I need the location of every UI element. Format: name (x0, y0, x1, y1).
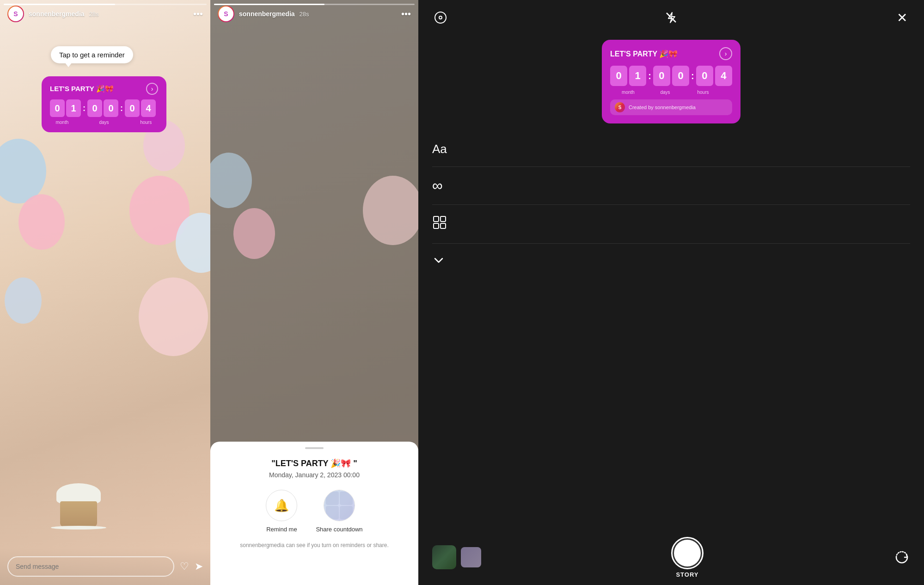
preview-digit-1: 1 (629, 66, 646, 86)
colon-2: : (120, 104, 123, 113)
label-days-text: days (99, 120, 109, 125)
grid-icon (432, 215, 453, 233)
flip-camera-button[interactable] (893, 549, 910, 566)
share-tile-1 (326, 492, 339, 505)
countdown-widget-panel1[interactable]: LET'S PARTY 🎉🎀 › 0 1 : 0 0 : 0 4 month d… (42, 76, 166, 132)
share-icon-circle[interactable] (324, 490, 355, 521)
digit-5: 4 (141, 99, 156, 117)
remind-me-action[interactable]: 🔔 Remind me (266, 490, 297, 533)
story-label: STORY (676, 571, 698, 578)
preview-label-hours: hours (684, 90, 722, 95)
preview-label-days-text: days (660, 90, 670, 95)
label-hours: hours (134, 120, 158, 125)
balloon-pink-1 (18, 194, 65, 250)
remind-label: Remind me (266, 526, 297, 533)
story-header-panel1: S sonnenbergmedia 28s ••• (0, 0, 210, 28)
preview-digit-2: 0 (653, 66, 670, 86)
text-tool[interactable]: Aa (432, 137, 910, 161)
story-time-panel2: 28s (300, 11, 309, 18)
prev-story-thumb[interactable] (461, 547, 481, 567)
svg-point-0 (435, 12, 446, 23)
widget-title-text: LET'S PARTY 🎉🎀 (50, 85, 114, 93)
preview-label-hours-text: hours (697, 90, 709, 95)
svg-point-1 (439, 16, 442, 19)
countdown-digits-panel1: 0 1 : 0 0 : 0 4 (50, 99, 158, 117)
username-panel2: sonnenbergmedia (239, 10, 295, 18)
label-days: days (92, 120, 116, 125)
avatar-panel2[interactable]: S (218, 6, 234, 22)
preview-digits: 0 1 : 0 0 : 0 4 (610, 66, 732, 86)
panel3-bottom-bar: STORY (418, 530, 924, 585)
share-tile-2 (340, 492, 353, 505)
capture-button-inner (674, 540, 701, 567)
digit-2: 0 (87, 99, 102, 117)
colon-1: : (82, 104, 86, 113)
digit-4: 0 (125, 99, 140, 117)
sheet-footer-text: sonnenbergmedia can see if you turn on r… (240, 542, 389, 548)
balloon-pink-4 (139, 277, 208, 356)
share-tile-3 (326, 506, 339, 519)
panel3-tools: Aa ∞ (418, 133, 924, 279)
panel-2: S sonnenbergmedia 28s ••• LET'S PARTY 🎉🎀… (210, 0, 418, 585)
text-icon: Aa (432, 142, 453, 156)
gallery-thumbnail[interactable] (432, 545, 456, 569)
bottom-bar-panel1: ♡ ➤ (0, 548, 210, 585)
tap-reminder-bubble[interactable]: Tap to get a reminder (51, 46, 133, 63)
label-hours-text: hours (140, 120, 152, 125)
preview-creator-text: Created by sonnenbergmedia (629, 105, 696, 110)
digit-1: 1 (66, 99, 81, 117)
more-options-panel2[interactable]: ••• (401, 9, 411, 19)
widget-arrow-btn[interactable]: › (146, 83, 158, 95)
tap-reminder-text: Tap to get a reminder (59, 51, 125, 59)
more-options-panel1[interactable]: ••• (193, 9, 203, 19)
preview-arrow-btn[interactable]: › (719, 47, 732, 60)
story-time-panel1: 28s (89, 11, 99, 18)
panel-1: S sonnenbergmedia 28s ••• Tap to get a r… (0, 0, 210, 585)
avatar-inner: S (8, 6, 23, 21)
share-label: Share countdown (316, 526, 362, 533)
svg-rect-5 (434, 223, 439, 228)
flash-off-icon[interactable] (663, 9, 679, 26)
preview-digit-4: 0 (696, 66, 713, 86)
digit-0: 0 (50, 99, 65, 117)
preview-countdown-card[interactable]: LET'S PARTY 🎉🎀 › 0 1 : 0 0 : 0 4 month d… (602, 40, 740, 123)
bell-icon: 🔔 (274, 499, 289, 513)
balloon-p2-3 (363, 176, 418, 245)
chevron-tool[interactable] (432, 249, 910, 274)
panel3-top-bar: ✕ (418, 0, 924, 31)
preview-creator-row: S Created by sonnenbergmedia (610, 99, 732, 115)
digit-3: 0 (104, 99, 118, 117)
label-month: month (50, 120, 74, 125)
close-icon[interactable]: ✕ (893, 9, 910, 26)
label-month-text: month (55, 120, 68, 125)
capture-button[interactable] (671, 537, 704, 569)
infinity-tool[interactable]: ∞ (432, 172, 910, 199)
preview-colon-1: : (648, 71, 651, 81)
svg-rect-3 (434, 216, 439, 222)
preview-digit-5: 4 (715, 66, 732, 86)
svg-rect-4 (441, 216, 446, 222)
sheet-modal: "LET'S PARTY 🎉🎀 " Monday, January 2, 202… (210, 442, 418, 585)
sheet-handle (305, 447, 324, 449)
preview-label-month-text: month (622, 90, 635, 95)
remind-icon-circle[interactable]: 🔔 (266, 490, 297, 521)
panel3-preview: LET'S PARTY 🎉🎀 › 0 1 : 0 0 : 0 4 month d… (418, 31, 924, 133)
like-icon[interactable]: ♡ (180, 560, 189, 573)
infinity-icon: ∞ (432, 177, 453, 194)
share-countdown-preview (324, 490, 355, 521)
avatar-panel1[interactable]: S (7, 6, 24, 22)
share-icon[interactable]: ➤ (195, 560, 203, 573)
preview-label-days: days (646, 90, 684, 95)
preview-widget-title: LET'S PARTY 🎉🎀 (610, 49, 678, 58)
story-capture-section: STORY (671, 537, 704, 578)
grid-tool[interactable] (432, 210, 910, 238)
tool-divider-1 (432, 166, 910, 167)
gallery-section (432, 545, 481, 569)
chevron-down-icon (432, 254, 453, 270)
send-message-input[interactable] (7, 556, 174, 577)
settings-icon[interactable] (432, 9, 449, 26)
preview-digit-3: 0 (672, 66, 689, 86)
tool-divider-2 (432, 204, 910, 205)
preview-colon-2: : (691, 71, 694, 81)
share-countdown-action[interactable]: Share countdown (316, 490, 362, 533)
